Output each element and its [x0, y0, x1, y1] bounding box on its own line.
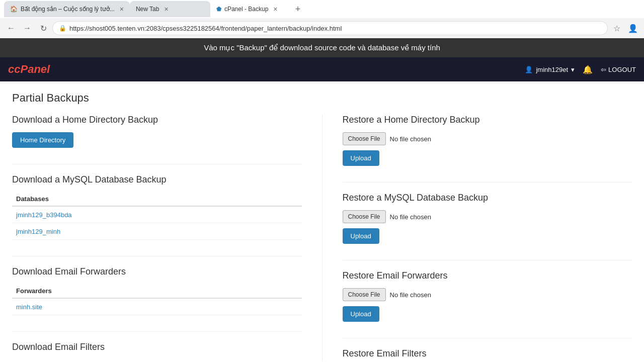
logout-button[interactable]: ⇦ LOGOUT	[601, 66, 636, 73]
tab-3-close[interactable]: ×	[273, 5, 277, 13]
cpanel-logo: ccPanel	[8, 63, 50, 76]
restore-home-choose-button[interactable]: Choose File	[343, 132, 386, 145]
table-row: jminh129_b394bda	[12, 206, 302, 223]
col-right: Restore a Home Directory Backup Choose F…	[343, 115, 632, 361]
lock-icon: 🔒	[59, 25, 66, 32]
nav-icons-right: ☆ 👤	[610, 21, 640, 35]
tab-3[interactable]: ⬟ cPanel - Backup ×	[210, 1, 291, 17]
restore-mysql-file-row: Choose File No file chosen	[343, 210, 632, 223]
fwd-link-1[interactable]: minh.site	[16, 303, 42, 311]
restore-email-fwd-file-row: Choose File No file chosen	[343, 288, 632, 301]
restore-home-file-row: Choose File No file chosen	[343, 132, 632, 145]
restore-email-filter-title: Restore Email Filters	[343, 348, 632, 359]
divider-r2	[343, 260, 632, 260]
username: jminh129et	[536, 66, 568, 73]
tab-2-label: New Tab	[136, 6, 159, 13]
db-link-2[interactable]: jminh129_minh	[16, 228, 60, 235]
restore-email-fwd-choose-button[interactable]: Choose File	[343, 288, 386, 301]
divider-1	[12, 164, 302, 164]
table-row: minh.site	[12, 298, 302, 315]
table-row: jminh129_minh	[12, 223, 302, 240]
cpanel-header: ccPanel 👤 jminh129et ▾ 🔔 ⇦ LOGOUT	[0, 57, 644, 81]
main-content: Partial Backups Download a Home Director…	[0, 81, 644, 361]
filter-table: System Filter Info	[12, 359, 302, 361]
page-title: Partial Backups	[12, 92, 632, 105]
user-icon: 👤	[525, 66, 533, 73]
logout-icon: ⇦	[601, 66, 606, 73]
restore-email-fwd-section: Restore Email Forwarders Choose File No …	[343, 270, 632, 322]
restore-home-upload-button[interactable]: Upload	[343, 150, 379, 166]
download-home-section: Download a Home Directory Backup Home Di…	[12, 115, 302, 148]
header-user[interactable]: 👤 jminh129et ▾	[525, 66, 575, 73]
restore-mysql-choose-button[interactable]: Choose File	[343, 210, 386, 223]
restore-email-fwd-title: Restore Email Forwarders	[343, 270, 632, 281]
logout-label: LOGOUT	[608, 66, 636, 73]
tab-2-close[interactable]: ×	[164, 5, 168, 13]
restore-home-no-file: No file chosen	[390, 135, 431, 143]
fwd-table: Forwarders minh.site	[12, 284, 302, 315]
refresh-button[interactable]: ↻	[36, 21, 50, 35]
header-right: 👤 jminh129et ▾ 🔔 ⇦ LOGOUT	[525, 65, 636, 74]
notification-banner: Vào mục "Backup" để download source code…	[0, 38, 644, 57]
browser-nav: ← → ↻ 🔒 https://shost005.tenten.vn:2083/…	[0, 18, 644, 38]
col-left: Download a Home Directory Backup Home Di…	[12, 115, 323, 361]
notification-text: Vào mục "Backup" để download source code…	[204, 43, 440, 52]
dropdown-icon: ▾	[571, 66, 575, 73]
account-button[interactable]: 👤	[626, 21, 640, 35]
tab-2[interactable]: New Tab ×	[130, 1, 210, 17]
browser-window: 🏠 Bất động sản – Cuộc sống lý tưở... × N…	[0, 0, 644, 361]
star-button[interactable]: ☆	[610, 21, 624, 35]
restore-email-fwd-no-file: No file chosen	[390, 291, 431, 299]
restore-mysql-title: Restore a MySQL Database Backup	[343, 193, 632, 203]
db-link-1[interactable]: jminh129_b394bda	[16, 211, 72, 219]
fwd-col-header: Forwarders	[12, 284, 302, 298]
download-mysql-section: Download a MySQL Database Backup Databas…	[12, 174, 302, 240]
divider-r1	[343, 182, 632, 183]
tab-1-close[interactable]: ×	[120, 5, 124, 13]
divider-2	[12, 256, 302, 256]
download-email-fwd-title: Download Email Forwarders	[12, 266, 302, 277]
download-email-fwd-section: Download Email Forwarders Forwarders min…	[12, 266, 302, 315]
address-text: https://shost005.tenten.vn:2083/cpsess32…	[69, 25, 342, 32]
download-email-filter-title: Download Email Filters	[12, 342, 302, 352]
restore-mysql-upload-button[interactable]: Upload	[343, 228, 379, 244]
forward-button[interactable]: →	[20, 21, 34, 35]
filter-col-header: System Filter Info	[12, 359, 302, 361]
restore-mysql-no-file: No file chosen	[390, 213, 431, 221]
download-email-filter-section: Download Email Filters System Filter Inf…	[12, 342, 302, 361]
db-table: Databases jminh129_b394bda jminh129_minh	[12, 192, 302, 240]
tab-1-favicon: 🏠	[10, 6, 18, 13]
tab-3-favicon: ⬟	[216, 6, 221, 13]
restore-email-filter-section: Restore Email Filters Choose File No fil…	[343, 348, 632, 361]
restore-mysql-section: Restore a MySQL Database Backup Choose F…	[343, 193, 632, 244]
download-home-title: Download a Home Directory Backup	[12, 115, 302, 125]
back-button[interactable]: ←	[4, 21, 18, 35]
tab-1[interactable]: 🏠 Bất động sản – Cuộc sống lý tưở... ×	[4, 1, 130, 17]
restore-home-title: Restore a Home Directory Backup	[343, 115, 632, 125]
download-mysql-title: Download a MySQL Database Backup	[12, 174, 302, 185]
restore-home-section: Restore a Home Directory Backup Choose F…	[343, 115, 632, 166]
divider-3	[12, 331, 302, 332]
bell-icon[interactable]: 🔔	[583, 65, 593, 74]
home-directory-button[interactable]: Home Directory	[12, 132, 73, 148]
tab-bar: 🏠 Bất động sản – Cuộc sống lý tưở... × N…	[0, 0, 644, 18]
address-bar[interactable]: 🔒 https://shost005.tenten.vn:2083/cpsess…	[52, 21, 608, 35]
new-tab-button[interactable]: +	[291, 2, 305, 16]
divider-r3	[343, 338, 632, 338]
tab-3-label: cPanel - Backup	[224, 6, 268, 13]
db-col-header: Databases	[12, 192, 302, 206]
content-columns: Download a Home Directory Backup Home Di…	[12, 115, 632, 361]
tab-1-label: Bất động sản – Cuộc sống lý tưở...	[21, 6, 115, 13]
restore-email-fwd-upload-button[interactable]: Upload	[343, 306, 379, 322]
